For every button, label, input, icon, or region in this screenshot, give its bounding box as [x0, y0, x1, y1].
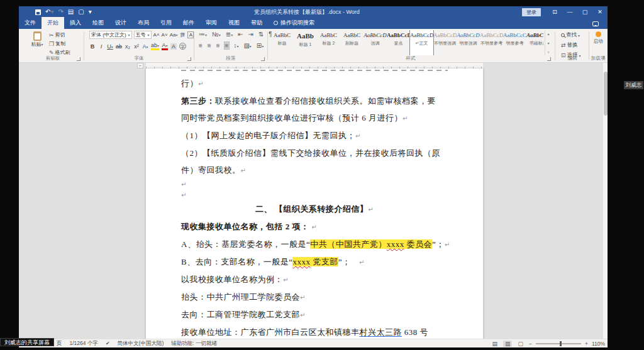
document-area[interactable]: ⌐ 行）↵第三步：联系接收单位查看介绍信接收组织关系。如需审核档案，要同时带党员…: [19, 63, 608, 339]
new-document-icon[interactable]: ▢: [78, 9, 84, 15]
copy-button[interactable]: ❐复制: [48, 40, 72, 48]
grow-font-button[interactable]: A˄: [153, 32, 160, 38]
document-text-line[interactable]: ↵: [181, 190, 448, 200]
bullets-icon[interactable]: ≔▾: [198, 31, 208, 38]
change-case-button[interactable]: Aa▾: [170, 32, 178, 38]
comments-icon[interactable]: [592, 21, 599, 26]
signin-button[interactable]: 登录: [522, 8, 541, 16]
document-text-line[interactable]: ↵: [181, 179, 448, 190]
style-item[interactable]: AaBbCcD要点: [387, 30, 410, 55]
style-item[interactable]: AaBbCcD强调: [364, 30, 387, 55]
ribbon-tab-视图[interactable]: 视图: [223, 17, 245, 29]
document-text-line[interactable]: 二、 【组织关系转接介绍信】↵: [181, 200, 448, 218]
ribbon-tab-帮助[interactable]: 帮助: [245, 17, 268, 29]
ribbon-tab-布局[interactable]: 布局: [132, 17, 155, 29]
page-indicator[interactable]: 页: [57, 340, 62, 347]
document-text-line[interactable]: 以我校接收单位名称为例：↵: [181, 271, 448, 288]
line-spacing-icon[interactable]: ↕▾: [233, 42, 239, 49]
zoom-slider[interactable]: [536, 343, 581, 344]
document-text-line[interactable]: 去向：工商管理学院教工党支部↵: [181, 306, 448, 324]
document-text-line[interactable]: 件）寄回我校。↵: [181, 161, 448, 179]
style-item[interactable]: AaBbCcDd↵正文: [410, 30, 433, 55]
replace-button[interactable]: ⇄替换: [560, 41, 582, 50]
zoom-level[interactable]: 110%: [592, 341, 605, 347]
font-dialog-launcher[interactable]: [187, 57, 191, 61]
read-mode-icon[interactable]: ▤: [490, 341, 499, 347]
document-page[interactable]: 行）↵第三步：联系接收单位查看介绍信接收组织关系。如需审核档案，要同时带党员档案…: [146, 68, 483, 339]
ribbon-tab-引用[interactable]: 引用: [155, 17, 177, 29]
document-text-line[interactable]: B、去向：支部名称，一般是“xxxx 党支部”； ↵: [181, 253, 448, 271]
text-effects-button[interactable]: A▾: [142, 43, 148, 50]
document-text-line[interactable]: 现收集接收单位名称，包括 2 项： ↵: [181, 218, 448, 236]
style-item[interactable]: AaBbCcD不明显参考: [480, 30, 503, 55]
italic-button[interactable]: I: [98, 43, 104, 50]
style-item[interactable]: AaBbCcC明显参考: [503, 30, 526, 55]
word-count[interactable]: 1/1264 个字: [70, 340, 98, 347]
font-family-combo[interactable]: 宋体 (中文正文)▾: [89, 31, 132, 39]
style-item[interactable]: AaBbCcDd不明显强调: [433, 30, 457, 55]
character-shading-button[interactable]: A: [170, 43, 177, 50]
multilevel-list-icon[interactable]: ≣▾: [225, 31, 233, 38]
clipboard-dialog-launcher[interactable]: [77, 57, 80, 61]
shrink-font-button[interactable]: A˅: [162, 32, 168, 38]
ribbon-tab-开始[interactable]: 开始: [42, 17, 64, 29]
document-text-line[interactable]: 同时带党员档案到组织接收单位进行审核（预计 6 月进行）↵: [181, 109, 448, 127]
style-item[interactable]: AaBbCcD书籍标题: [526, 30, 543, 55]
document-text-line[interactable]: 第三步：联系接收单位查看介绍信接收组织关系。如需审核档案，要: [181, 92, 448, 109]
accessibility-status[interactable]: 辅助功能: 一切就绪: [171, 340, 217, 347]
justify-icon[interactable]: ≡: [225, 42, 230, 49]
enclose-characters-button[interactable]: 字: [179, 43, 186, 50]
zoom-in-icon[interactable]: +: [585, 341, 588, 347]
ribbon-tab-审阅[interactable]: 审阅: [200, 17, 223, 29]
numbering-icon[interactable]: №▾: [211, 31, 221, 38]
tellme-search[interactable]: 操作说明搜索: [268, 17, 320, 29]
document-text-line[interactable]: （1）【网上发起的电子版介绍信】无需回执；↵: [181, 127, 448, 145]
borders-icon[interactable]: ⊞▾: [256, 42, 264, 49]
align-right-icon[interactable]: ≡: [216, 42, 221, 49]
font-color-button[interactable]: A▾: [162, 42, 168, 50]
character-border-button[interactable]: A: [187, 31, 194, 38]
text-highlight-button[interactable]: ab▾: [151, 42, 159, 50]
align-left-icon[interactable]: ≡: [198, 42, 203, 49]
bold-button[interactable]: B: [89, 43, 96, 50]
style-item[interactable]: AaBbC副标题: [340, 30, 364, 55]
collapse-ribbon-icon[interactable]: ∧: [602, 55, 606, 60]
vertical-scrollbar[interactable]: [602, 63, 608, 339]
phonetic-guide-button[interactable]: 拼: [179, 31, 186, 38]
document-text-line[interactable]: A、抬头：基层党委名称，一般是“中共（中国共产党）xxxx 委员会”；↵: [181, 236, 448, 253]
underline-button[interactable]: U▾: [107, 43, 113, 50]
redo-icon[interactable]: ↷: [58, 9, 63, 15]
align-center-icon[interactable]: ≡: [207, 42, 212, 49]
zoom-slider-thumb[interactable]: [560, 341, 562, 346]
decrease-indent-icon[interactable]: ⇤: [237, 31, 243, 38]
style-item[interactable]: AaBbC标题 2: [317, 30, 340, 55]
ribbon-tab-邮件[interactable]: 邮件: [177, 17, 200, 29]
increase-indent-icon[interactable]: ⇥: [248, 31, 254, 38]
ribbon-display-options-icon[interactable]: ⊡: [547, 6, 562, 18]
document-text-line[interactable]: 接收单位地址：广东省广州市白云区太和镇穗丰村兴太三路 638 号: [181, 324, 448, 339]
shading-icon[interactable]: ▨▾: [243, 42, 252, 49]
spelling-icon[interactable]: ▤: [68, 9, 74, 15]
superscript-button[interactable]: x²: [133, 43, 140, 50]
ribbon-tab-插入[interactable]: 插入: [64, 17, 87, 29]
zoom-out-icon[interactable]: −: [529, 341, 532, 347]
ribbon-tab-文件[interactable]: 文件: [19, 17, 42, 29]
styles-gallery-scroll[interactable]: ▴▾▿: [545, 30, 552, 55]
styles-dialog-launcher[interactable]: [547, 57, 551, 61]
undo-icon[interactable]: ↶▾: [45, 9, 53, 15]
strikethrough-button[interactable]: ab: [116, 43, 122, 50]
ribbon-tab-绘图[interactable]: 绘图: [87, 17, 109, 29]
document-text-line[interactable]: （2）【纸质版介绍信】需线下交给接收单位，并在接收后将回执（原: [181, 145, 448, 161]
subscript-button[interactable]: x₂: [125, 43, 131, 50]
print-layout-icon[interactable]: ▥: [503, 341, 513, 347]
ribbon-tab-设计[interactable]: 设计: [109, 17, 132, 29]
style-item[interactable]: AaBb标题 1: [294, 30, 317, 55]
paragraph-dialog-launcher[interactable]: [261, 57, 265, 61]
addin-launch-button[interactable]: 启动: [590, 31, 606, 45]
sort-icon[interactable]: ⇅: [258, 31, 264, 38]
web-layout-icon[interactable]: ▢: [516, 341, 525, 347]
restore-button[interactable]: ▢: [577, 6, 592, 18]
style-item[interactable]: AaBbC标题: [270, 30, 294, 55]
horizontal-ruler[interactable]: [146, 63, 483, 68]
find-button[interactable]: 查找▾: [560, 31, 582, 40]
